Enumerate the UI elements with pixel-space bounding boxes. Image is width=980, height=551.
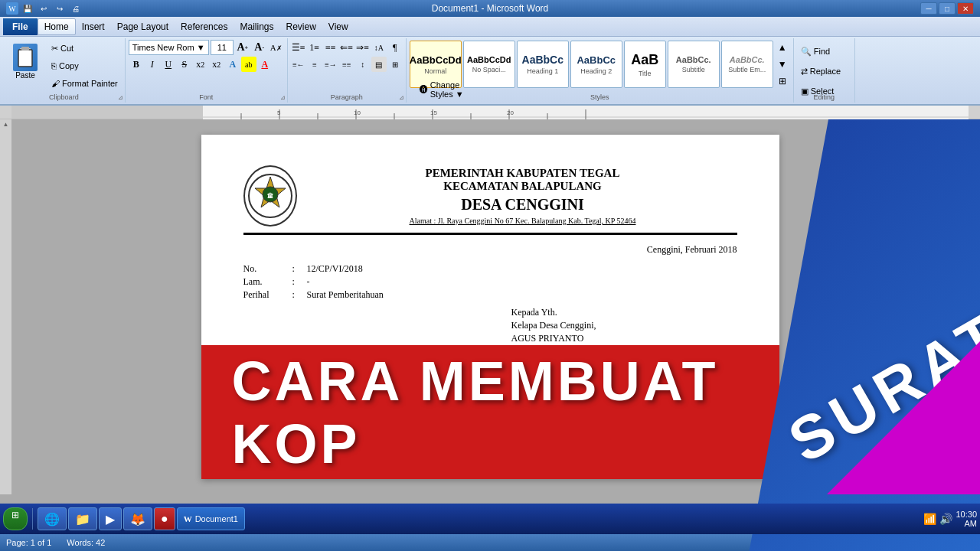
find-button[interactable]: 🔍 Find (797, 43, 851, 60)
numbering-button[interactable]: 1≡ (307, 40, 322, 55)
font-size-selector[interactable]: 11 (211, 40, 234, 55)
underline-button[interactable]: U (161, 57, 176, 72)
clipboard-expand-icon[interactable]: ⊿ (118, 94, 123, 101)
sort-button[interactable]: ↕A (371, 40, 387, 55)
paste-label: Paste (15, 71, 35, 80)
font-color-button[interactable]: A (257, 57, 273, 72)
align-center-button[interactable]: ≡ (307, 57, 322, 72)
paragraph-group: ☰≡ 1≡ ≡≡ ⇐≡ ⇒≡ ↕A ¶ ≡← ≡ ≡→ ≡≡ ↕ ▤ ⊞ (288, 38, 407, 103)
page-layout-menu[interactable]: Page Layout (111, 19, 175, 34)
ribbon-content: Paste ✂ Cut ⎘ Copy 🖌 Format Painter (0, 37, 980, 104)
find-icon: 🔍 (801, 47, 812, 57)
taskbar-explorer[interactable]: 📁 (68, 507, 97, 530)
taskbar-word[interactable]: W Document1 (177, 507, 245, 530)
title-bar: W 💾 ↩ ↪ 🖨 Document1 - Microsoft Word ─ □… (0, 0, 980, 17)
save-qa-btn[interactable]: 💾 (21, 2, 34, 15)
word-icon: W (6, 2, 18, 15)
taskbar-firefox[interactable]: 🦊 (123, 507, 152, 530)
borders-button[interactable]: ⊞ (387, 57, 403, 72)
svg-text:20: 20 (507, 109, 514, 116)
meta-perihal-row: Perihal : Surat Pemberitahuan (243, 289, 737, 301)
paragraph-group-label: Paragraph (288, 93, 406, 101)
window-controls: ─ □ ✕ (920, 2, 974, 15)
clipboard-label: Clipboard (3, 93, 125, 101)
view-menu[interactable]: View (322, 19, 354, 34)
taskbar-mediaplayer[interactable]: ▶ (99, 507, 122, 530)
words-status: Words: 42 (67, 538, 105, 547)
subscript-button[interactable]: x2 (193, 57, 208, 72)
text-effect-button[interactable]: A (225, 57, 240, 72)
taskbar-ie[interactable]: 🌐 (38, 507, 67, 530)
taskbar: ⊞ 🌐 📁 ▶ 🦊 ● W Document1 📶 🔊 10:30 AM (0, 504, 980, 534)
redo-qa-btn[interactable]: ↪ (53, 2, 67, 15)
styles-scroll-up[interactable]: ▲ (775, 40, 790, 55)
meta-lam-row: Lam. : - (243, 276, 737, 288)
references-menu[interactable]: References (175, 19, 234, 34)
align-left-button[interactable]: ≡← (291, 57, 306, 72)
align-right-button[interactable]: ≡→ (323, 57, 338, 72)
bullets-button[interactable]: ☰≡ (291, 40, 306, 55)
font-size-decrease-button[interactable]: A- (252, 40, 267, 55)
paragraph-expand-icon[interactable]: ⊿ (399, 94, 404, 101)
mailings-menu[interactable]: Mailings (234, 19, 279, 34)
strikethrough-button[interactable]: S (177, 57, 192, 72)
show-hide-button[interactable]: ¶ (387, 40, 403, 55)
title-bar-left: W 💾 ↩ ↪ 🖨 (6, 2, 83, 15)
file-menu[interactable]: File (3, 18, 38, 35)
document-page[interactable]: 🏛 PEMERINTAH KABUPATEN TEGAL KECAMATAN B… (201, 135, 779, 479)
font-size-increase-button[interactable]: A+ (235, 40, 250, 55)
date-line: Cenggini, Februari 2018 (243, 244, 737, 256)
styles-scroll-down[interactable]: ▼ (775, 57, 790, 72)
meta-lam-value: - (307, 276, 310, 288)
replace-icon: ⇄ (801, 67, 808, 77)
style-heading2-preview: AaBbCc (577, 54, 616, 66)
shading-button[interactable]: ▤ (371, 57, 387, 72)
page-status: Page: 1 of 1 (6, 538, 51, 547)
meta-no-label: No. (243, 263, 289, 275)
copy-button[interactable]: ⎘ Copy (47, 57, 122, 74)
kop-text: PEMERINTAH KABUPATEN TEGAL KECAMATAN BAL… (309, 167, 737, 225)
home-menu[interactable]: Home (38, 18, 76, 35)
insert-menu[interactable]: Insert (76, 19, 111, 34)
volume-icon: 🔊 (939, 513, 952, 526)
highlight-button[interactable]: ab (241, 57, 256, 72)
word-taskbar-icon: W (184, 514, 192, 523)
print-qa-btn[interactable]: 🖨 (69, 2, 83, 15)
justify-button[interactable]: ≡≡ (339, 57, 354, 72)
maximize-button[interactable]: □ (939, 2, 956, 15)
line-spacing-button[interactable]: ↕ (355, 57, 371, 72)
svg-text:10: 10 (354, 109, 361, 116)
font-expand-icon[interactable]: ⊿ (280, 94, 286, 101)
paste-icon (13, 44, 38, 71)
italic-button[interactable]: I (145, 57, 160, 72)
kop-title2: KECAMATAN BALAPULANG (309, 180, 737, 193)
ruler-main: 5 10 15 20 (203, 106, 969, 119)
close-button[interactable]: ✕ (957, 2, 974, 15)
chevron-down-icon: ▼ (197, 43, 205, 52)
paragraph-row2: ≡← ≡ ≡→ ≡≡ ↕ ▤ ⊞ (291, 57, 403, 72)
ruler-left-margin (11, 106, 203, 119)
superscript-button[interactable]: x2 (209, 57, 224, 72)
svg-rect-2 (21, 47, 29, 51)
paste-button[interactable]: Paste (6, 40, 44, 92)
kop-address: Alamat : Jl. Raya Cenggini No 67 Kec. Ba… (309, 217, 737, 225)
cut-button[interactable]: ✂ Cut (47, 40, 122, 57)
banner-text: CARA MEMBUAT KOP (201, 350, 779, 475)
svg-text:15: 15 (430, 109, 437, 116)
meta-no-row: No. : 12/CP/VI/2018 (243, 263, 737, 275)
review-menu[interactable]: Review (279, 19, 322, 34)
clipboard-group: Paste ✂ Cut ⎘ Copy 🖌 Format Painter (3, 38, 126, 103)
undo-qa-btn[interactable]: ↩ (37, 2, 51, 15)
clear-format-button[interactable]: A✗ (269, 40, 284, 55)
taskbar-unknown[interactable]: ● (154, 507, 175, 530)
multilevel-button[interactable]: ≡≡ (323, 40, 338, 55)
replace-button[interactable]: ⇄ Replace (797, 63, 851, 80)
minimize-button[interactable]: ─ (920, 2, 937, 15)
increase-indent-button[interactable]: ⇒≡ (355, 40, 371, 55)
meta-no-sep: : (292, 263, 304, 275)
font-name-selector[interactable]: Times New Rom ▼ (129, 40, 209, 55)
format-painter-button[interactable]: 🖌 Format Painter (47, 75, 122, 92)
start-button[interactable]: ⊞ (3, 507, 28, 530)
decrease-indent-button[interactable]: ⇐≡ (339, 40, 354, 55)
bold-button[interactable]: B (129, 57, 144, 72)
